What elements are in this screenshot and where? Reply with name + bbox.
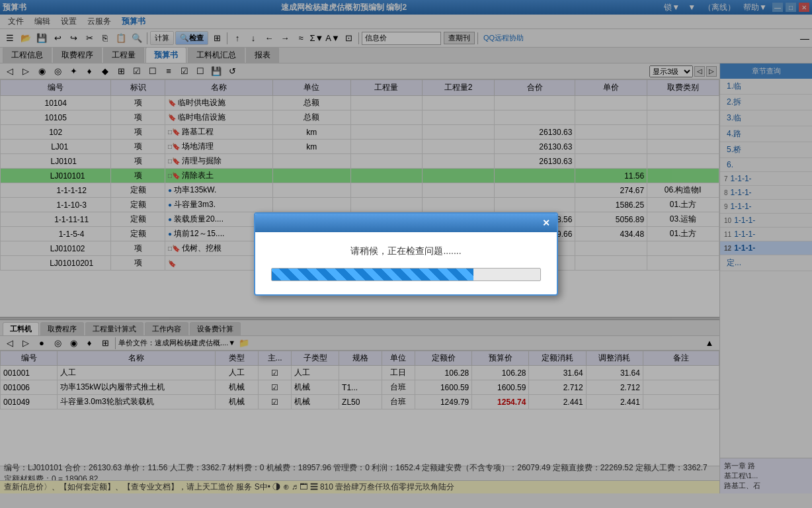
modal-dialog: ✕ 请稍候，正在检查问题....... — [254, 212, 558, 296]
modal-close-button[interactable]: ✕ — [542, 218, 550, 228]
modal-overlay: ✕ 请稍候，正在检查问题....... — [0, 0, 812, 508]
progress-bar-inner — [272, 269, 473, 280]
modal-message: 请稍候，正在检查问题....... — [271, 245, 541, 257]
modal-title-bar: ✕ — [255, 214, 557, 232]
progress-bar-outer — [271, 268, 541, 281]
modal-body: 请稍候，正在检查问题....... — [255, 232, 557, 294]
